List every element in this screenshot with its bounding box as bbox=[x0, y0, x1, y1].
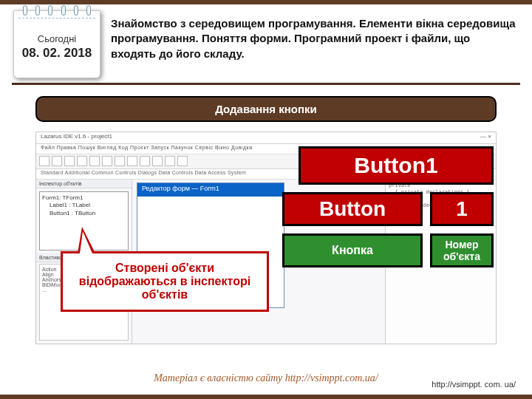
section-ribbon: Додавання кнопки bbox=[35, 96, 497, 122]
section-ribbon-label: Додавання кнопки bbox=[215, 103, 317, 115]
today-label: Сьогодні bbox=[38, 33, 76, 44]
chip-button1-label: Button1 bbox=[354, 153, 437, 178]
today-date: 08. 02. 2018 bbox=[22, 46, 92, 61]
bottom-edge bbox=[0, 395, 532, 399]
chip-object-number-label: Номер об'єкта bbox=[432, 239, 491, 262]
chip-one: 1 bbox=[430, 192, 494, 226]
tree-item: Button1 : TButton bbox=[50, 210, 126, 217]
chip-object-number: Номер об'єкта bbox=[430, 233, 494, 267]
header-rule bbox=[12, 83, 520, 85]
inspector-title: Інспектор об'єктів bbox=[36, 180, 132, 188]
chip-button1: Button1 bbox=[299, 146, 494, 185]
footer-right: http://vsimppt. com. ua/ bbox=[432, 380, 516, 389]
tree-item: Label1 : TLabel bbox=[50, 202, 126, 209]
chip-button: Button bbox=[282, 192, 423, 226]
notepad-rings bbox=[18, 5, 95, 18]
top-edge bbox=[0, 0, 532, 4]
footer-right-label: http://vsimppt. com. ua/ bbox=[432, 380, 516, 389]
tree-root: Form1: TForm1 bbox=[42, 194, 126, 202]
slide-title: Знайомство з середовищем програмування. … bbox=[111, 16, 517, 61]
chip-knopka-label: Кнопка bbox=[332, 244, 373, 257]
form-designer-title: Редактор форм — Form1 bbox=[137, 183, 284, 197]
date-tab: Сьогодні 08. 02. 2018 bbox=[13, 10, 100, 78]
chip-button-label: Button bbox=[319, 197, 386, 221]
ide-title-right: — × bbox=[480, 133, 491, 143]
chip-knopka: Кнопка bbox=[282, 233, 423, 267]
ide-title-left: Lazarus IDE v1.6 - project1 bbox=[41, 133, 112, 143]
ide-titlebar: Lazarus IDE v1.6 - project1 — × bbox=[36, 132, 496, 144]
callout-inspector: Створені об'єкти відображаються в інспек… bbox=[61, 251, 269, 312]
chip-one-label: 1 bbox=[456, 197, 468, 221]
callout-text: Створені об'єкти відображаються в інспек… bbox=[69, 262, 261, 301]
